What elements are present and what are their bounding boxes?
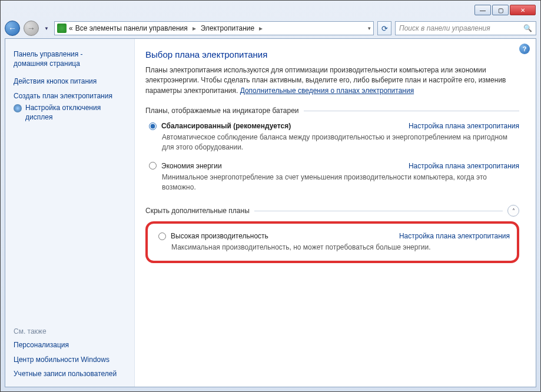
intro-paragraph: Планы электропитания используются для оп…	[145, 65, 519, 96]
breadcrumb-dropdown-icon[interactable]: ▾	[368, 25, 371, 31]
group-additional-plans: Скрыть дополнительные планы ˄ Высокая пр…	[145, 205, 519, 263]
plan-powersaver-desc: Минимальное энергопотребление за счет ум…	[149, 170, 519, 192]
plan-balanced-settings-link[interactable]: Настройка плана электропитания	[409, 122, 519, 130]
content-area: Панель управления - домашняя страница Де…	[5, 38, 536, 387]
sidebar-home-link[interactable]: Панель управления - домашняя страница	[14, 47, 128, 74]
intro-more-link[interactable]: Дополнительные сведения о планах электро…	[240, 87, 414, 95]
plan-balanced-label[interactable]: Сбалансированный (рекомендуется)	[161, 122, 291, 130]
plan-powersaver-label[interactable]: Экономия энергии	[161, 162, 222, 170]
nav-forward-button[interactable]: →	[24, 21, 39, 36]
plan-highperf-radio[interactable]	[158, 232, 166, 240]
sidebar-see-personalization[interactable]: Персонализация	[14, 338, 128, 352]
breadcrumb-bar[interactable]: « Все элементы панели управления ▸ Элект…	[54, 21, 374, 35]
search-placeholder: Поиск в панели управления	[399, 24, 490, 32]
display-off-icon	[14, 104, 22, 112]
main-content: ? Выбор плана электропитания Планы элект…	[135, 39, 536, 387]
maximize-button[interactable]: ▢	[492, 5, 509, 15]
collapse-toggle-icon[interactable]: ˄	[507, 205, 519, 217]
plan-highperf-label[interactable]: Высокая производительность	[171, 232, 268, 240]
refresh-button[interactable]: ⟳	[377, 21, 391, 35]
breadcrumb-separator: ▸	[257, 24, 265, 32]
see-also-header: См. также	[14, 324, 128, 338]
sidebar: Панель управления - домашняя страница Де…	[5, 39, 135, 387]
minimize-button[interactable]: —	[474, 5, 491, 15]
group-header-additional[interactable]: Скрыть дополнительные планы ˄	[145, 205, 519, 217]
sidebar-link-display-off[interactable]: Настройка отключения дисплея	[14, 103, 128, 122]
close-button[interactable]: ✕	[510, 5, 536, 15]
group-battery-plans: Планы, отображаемые на индикаторе батаре…	[145, 107, 519, 199]
highlight-box: Высокая производительность Настройка пла…	[145, 221, 519, 263]
nav-back-button[interactable]: ←	[5, 21, 20, 36]
breadcrumb-separator: ▸	[190, 24, 198, 32]
plan-balanced: Сбалансированный (рекомендуется) Настрой…	[145, 119, 519, 160]
plan-balanced-radio[interactable]	[149, 122, 157, 130]
titlebar: — ▢ ✕	[5, 5, 536, 18]
sidebar-see-accounts[interactable]: Учетные записи пользователей	[14, 367, 128, 381]
divider-line	[254, 211, 503, 211]
plan-highperf: Высокая производительность Настройка пла…	[155, 230, 510, 253]
breadcrumb-item-all[interactable]: Все элементы панели управления	[75, 24, 188, 32]
sidebar-link-create-plan[interactable]: Создать план электропитания	[14, 89, 128, 103]
page-title: Выбор плана электропитания	[145, 49, 519, 59]
plan-highperf-settings-link[interactable]: Настройка плана электропитания	[399, 232, 510, 240]
search-icon: 🔍	[523, 24, 532, 32]
plan-balanced-desc: Автоматическое соблюдение баланса между …	[149, 130, 519, 152]
window-frame: — ▢ ✕ ← → ▼ « Все элементы панели управл…	[0, 0, 541, 392]
breadcrumb-prefix: «	[69, 24, 73, 32]
plan-powersaver: Экономия энергии Настройка плана электро…	[145, 160, 519, 200]
breadcrumb-item-power[interactable]: Электропитание	[201, 24, 254, 32]
plan-highperf-desc: Максимальная производительность, но може…	[158, 240, 510, 253]
help-icon[interactable]: ?	[519, 44, 530, 54]
plan-powersaver-settings-link[interactable]: Настройка плана электропитания	[409, 162, 519, 170]
group-header-battery: Планы, отображаемые на индикаторе батаре…	[145, 107, 519, 115]
control-panel-icon	[57, 24, 67, 33]
search-input[interactable]: Поиск в панели управления 🔍	[395, 21, 536, 35]
divider-line	[304, 111, 519, 111]
plan-powersaver-radio[interactable]	[149, 162, 157, 170]
sidebar-link-buttons[interactable]: Действия кнопок питания	[14, 74, 128, 88]
nav-history-dropdown[interactable]: ▼	[42, 23, 51, 34]
sidebar-see-mobility[interactable]: Центр мобильности Windows	[14, 353, 128, 367]
address-bar: ← → ▼ « Все элементы панели управления ▸…	[5, 19, 536, 38]
